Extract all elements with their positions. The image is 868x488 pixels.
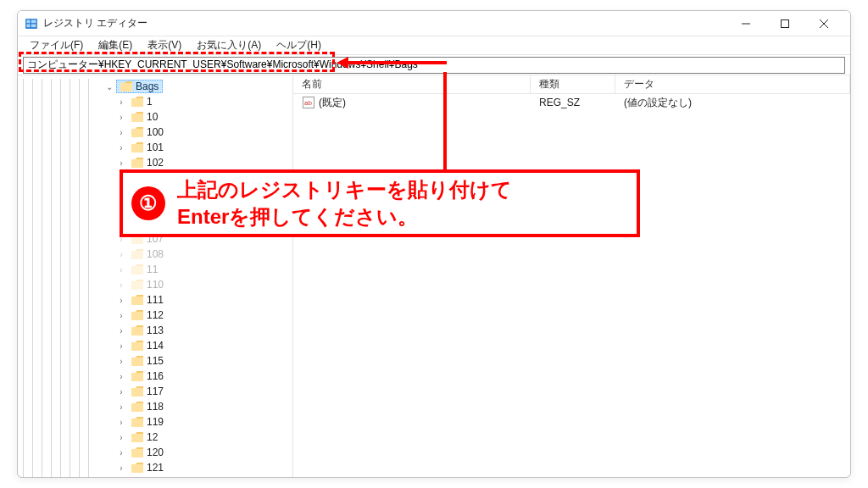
chevron-right-icon[interactable]: › bbox=[116, 402, 126, 412]
folder-icon bbox=[131, 203, 143, 214]
tree-item[interactable]: ›108 bbox=[113, 247, 292, 262]
list-pane[interactable]: 名前 種類 データ ab(既定)REG_SZ(値の設定なし) bbox=[293, 75, 850, 477]
column-header-data[interactable]: データ bbox=[615, 75, 850, 93]
tree-item-label: 10 bbox=[147, 111, 158, 123]
svg-text:ab: ab bbox=[304, 99, 312, 107]
chevron-right-icon[interactable]: › bbox=[116, 463, 126, 473]
svg-rect-2 bbox=[31, 19, 36, 23]
chevron-right-icon[interactable]: › bbox=[116, 341, 126, 351]
tree-item-selected[interactable]: ⌄ Bags bbox=[101, 79, 292, 94]
chevron-right-icon[interactable]: › bbox=[116, 432, 126, 442]
column-header-name[interactable]: 名前 bbox=[293, 75, 531, 93]
value-data: (値の設定なし) bbox=[615, 96, 850, 110]
folder-icon bbox=[131, 142, 143, 152]
tree-item-label: 101 bbox=[147, 141, 164, 153]
tree-item[interactable]: ›113 bbox=[113, 323, 292, 338]
tree-item[interactable]: ›12 bbox=[113, 430, 292, 445]
tree-item-label: 1 bbox=[147, 96, 153, 108]
tree-item[interactable]: ›114 bbox=[113, 338, 292, 353]
list-row[interactable]: ab(既定)REG_SZ(値の設定なし) bbox=[293, 94, 850, 111]
minimize-button[interactable] bbox=[726, 11, 765, 36]
tree-item-label: 104 bbox=[147, 187, 164, 199]
folder-icon bbox=[131, 264, 143, 274]
tree-item[interactable]: ›117 bbox=[113, 384, 292, 399]
menu-edit[interactable]: 編集(E) bbox=[92, 36, 139, 54]
address-input[interactable] bbox=[23, 57, 845, 74]
menu-file[interactable]: ファイル(F) bbox=[23, 36, 90, 54]
tree-item[interactable]: ›116 bbox=[113, 369, 292, 384]
tree-item[interactable]: ›107 bbox=[113, 231, 292, 247]
chevron-right-icon[interactable]: › bbox=[116, 356, 126, 366]
tree-item-label: 119 bbox=[147, 416, 164, 428]
tree-item[interactable]: ›11 bbox=[113, 262, 292, 277]
value-name: (既定) bbox=[319, 96, 346, 110]
tree-item[interactable]: ›110 bbox=[113, 277, 292, 292]
tree-item[interactable]: ›10 bbox=[113, 109, 292, 125]
menu-help[interactable]: ヘルプ(H) bbox=[270, 36, 328, 54]
chevron-right-icon[interactable]: › bbox=[116, 386, 126, 396]
registry-editor-window: レジストリ エディター ファイル(F) 編集(E) 表示(V) お気に入り(A)… bbox=[17, 10, 851, 478]
tree-item[interactable]: ›119 bbox=[113, 414, 292, 430]
chevron-right-icon[interactable]: › bbox=[116, 234, 126, 244]
chevron-right-icon[interactable]: › bbox=[116, 142, 126, 152]
tree-pane[interactable]: ⌄ Bags ›1›10›100›101›102›103›104›105›106… bbox=[18, 75, 293, 477]
tree-item-label: 108 bbox=[147, 248, 164, 260]
folder-icon bbox=[131, 249, 143, 259]
chevron-right-icon[interactable]: › bbox=[116, 97, 126, 107]
folder-icon bbox=[131, 356, 143, 366]
folder-icon bbox=[120, 81, 132, 92]
tree-item-label: 100 bbox=[147, 126, 164, 138]
folder-icon bbox=[131, 371, 143, 381]
tree-item-label: 111 bbox=[147, 294, 164, 306]
chevron-right-icon[interactable]: › bbox=[116, 203, 126, 214]
tree-item[interactable]: ›105 bbox=[113, 201, 292, 216]
close-button[interactable] bbox=[804, 11, 843, 36]
value-type: REG_SZ bbox=[531, 97, 615, 108]
window-controls bbox=[726, 11, 843, 36]
chevron-right-icon[interactable]: › bbox=[116, 127, 126, 137]
folder-icon bbox=[131, 386, 143, 396]
tree-item[interactable]: ›104 bbox=[113, 186, 292, 201]
folder-icon bbox=[131, 402, 143, 412]
tree-item[interactable]: ›111 bbox=[113, 292, 292, 308]
titlebar: レジストリ エディター bbox=[18, 11, 850, 36]
menu-view[interactable]: 表示(V) bbox=[141, 36, 188, 54]
tree-item[interactable]: ›100 bbox=[113, 125, 292, 140]
chevron-right-icon[interactable]: › bbox=[116, 112, 126, 122]
chevron-right-icon[interactable]: › bbox=[116, 158, 126, 168]
tree-item[interactable]: ›112 bbox=[113, 308, 292, 323]
tree-item[interactable]: ›122 bbox=[113, 475, 292, 477]
folder-icon bbox=[131, 417, 143, 427]
maximize-button[interactable] bbox=[765, 11, 804, 36]
folder-icon bbox=[131, 234, 143, 244]
folder-icon bbox=[131, 295, 143, 305]
chevron-right-icon[interactable]: › bbox=[116, 417, 126, 427]
window-title: レジストリ エディター bbox=[43, 16, 147, 30]
chevron-right-icon[interactable]: › bbox=[116, 264, 126, 274]
chevron-right-icon[interactable]: › bbox=[116, 447, 126, 458]
tree-item[interactable]: ›103 bbox=[113, 170, 292, 186]
string-value-icon: ab bbox=[302, 96, 315, 109]
tree-item[interactable]: ›121 bbox=[113, 460, 292, 475]
chevron-right-icon[interactable]: › bbox=[116, 188, 126, 198]
chevron-right-icon[interactable]: › bbox=[116, 310, 126, 320]
tree-item[interactable]: ›101 bbox=[113, 140, 292, 155]
tree-item[interactable]: ›120 bbox=[113, 445, 292, 460]
tree-item[interactable]: ›1 bbox=[113, 94, 292, 109]
folder-icon bbox=[131, 280, 143, 290]
tree-item[interactable]: ›115 bbox=[113, 353, 292, 369]
column-header-type[interactable]: 種類 bbox=[531, 75, 615, 93]
folder-icon bbox=[131, 112, 143, 122]
chevron-right-icon[interactable]: › bbox=[116, 249, 126, 259]
menu-favorites[interactable]: お気に入り(A) bbox=[190, 36, 268, 54]
chevron-down-icon[interactable]: ⌄ bbox=[104, 81, 114, 92]
chevron-right-icon[interactable]: › bbox=[116, 280, 126, 290]
tree-item[interactable]: ›106 bbox=[113, 216, 292, 231]
tree-item[interactable]: ›102 bbox=[113, 155, 292, 170]
chevron-right-icon[interactable]: › bbox=[116, 173, 126, 183]
chevron-right-icon[interactable]: › bbox=[116, 295, 126, 305]
tree-item[interactable]: ›118 bbox=[113, 399, 292, 414]
chevron-right-icon[interactable]: › bbox=[116, 325, 126, 336]
chevron-right-icon[interactable]: › bbox=[116, 219, 126, 229]
chevron-right-icon[interactable]: › bbox=[116, 371, 126, 381]
